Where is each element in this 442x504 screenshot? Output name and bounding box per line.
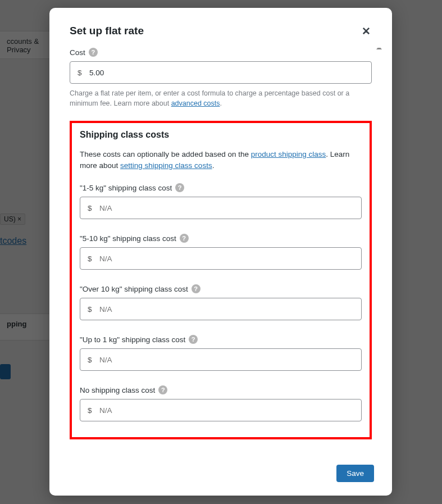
cost-help-text: Charge a flat rate per item, or enter a … xyxy=(70,88,372,108)
currency-prefix: $ xyxy=(88,204,92,212)
modal-title: Set up flat rate xyxy=(70,25,144,37)
cost-input-wrap: $ xyxy=(70,61,372,84)
class-group-up-to-1kg: "Up to 1 kg" shipping class cost ? $ xyxy=(80,335,362,371)
class-label-row: "1-5 kg" shipping class cost ? xyxy=(80,183,362,192)
currency-prefix: $ xyxy=(88,305,92,314)
class-input-wrap: $ xyxy=(80,247,362,270)
modal-footer: Save xyxy=(49,456,392,496)
help-icon[interactable]: ? xyxy=(180,234,189,243)
class-label: "1-5 kg" shipping class cost xyxy=(80,184,172,192)
class-group-no-class: No shipping class cost ? $ xyxy=(80,385,362,421)
class-group-1-5kg: "1-5 kg" shipping class cost ? $ xyxy=(80,183,362,219)
modal-header: Set up flat rate ✕ xyxy=(49,8,392,48)
class-label-row: "Over 10 kg" shipping class cost ? xyxy=(80,284,362,293)
class-label: "5-10 kg" shipping class cost xyxy=(80,234,176,243)
cost-label: Cost xyxy=(70,48,85,57)
shipping-class-highlight: Shipping class costs These costs can opt… xyxy=(70,121,372,439)
class-label: No shipping class cost xyxy=(80,386,155,394)
class-cost-input-over-10kg[interactable] xyxy=(80,298,362,320)
cost-input[interactable] xyxy=(70,61,372,84)
class-cost-input-up-to-1kg[interactable] xyxy=(80,348,362,371)
class-label-row: "Up to 1 kg" shipping class cost ? xyxy=(80,335,362,344)
class-input-wrap: $ xyxy=(80,399,362,421)
advanced-costs-link[interactable]: advanced costs xyxy=(171,99,220,107)
class-group-5-10kg: "5-10 kg" shipping class cost ? $ xyxy=(80,234,362,270)
modal-body[interactable]: Cost ? $ Charge a flat rate per item, or… xyxy=(70,48,382,456)
shipping-class-title: Shipping class costs xyxy=(80,130,362,140)
flat-rate-modal: Set up flat rate ✕ Cost ? $ Charge a fla… xyxy=(49,8,392,496)
class-label-row: No shipping class cost ? xyxy=(80,385,362,394)
save-button[interactable]: Save xyxy=(336,465,374,482)
currency-prefix: $ xyxy=(88,356,92,364)
modal-body-wrap: Cost ? $ Charge a flat rate per item, or… xyxy=(49,48,392,456)
class-group-over-10kg: "Over 10 kg" shipping class cost ? $ xyxy=(80,284,362,320)
help-icon[interactable]: ? xyxy=(175,183,184,192)
class-input-wrap: $ xyxy=(80,348,362,371)
class-input-wrap: $ xyxy=(80,197,362,219)
setting-shipping-class-costs-link[interactable]: setting shipping class costs xyxy=(120,161,212,170)
class-cost-input-no-class[interactable] xyxy=(80,399,362,421)
class-input-wrap: $ xyxy=(80,298,362,320)
currency-prefix: $ xyxy=(88,255,92,263)
class-label-row: "5-10 kg" shipping class cost ? xyxy=(80,234,362,243)
class-cost-input-1-5kg[interactable] xyxy=(80,197,362,219)
class-cost-input-5-10kg[interactable] xyxy=(80,247,362,270)
shipping-class-desc: These costs can optionally be added base… xyxy=(80,149,362,171)
help-icon[interactable]: ? xyxy=(192,284,201,293)
close-button[interactable]: ✕ xyxy=(361,25,372,38)
currency-prefix: $ xyxy=(78,69,82,77)
close-icon: ✕ xyxy=(362,25,371,37)
class-label: "Up to 1 kg" shipping class cost xyxy=(80,335,185,344)
cost-label-row: Cost ? xyxy=(70,48,372,57)
help-icon[interactable]: ? xyxy=(89,48,98,57)
class-label: "Over 10 kg" shipping class cost xyxy=(80,285,188,293)
currency-prefix: $ xyxy=(88,406,92,415)
product-shipping-class-link[interactable]: product shipping class xyxy=(251,150,326,158)
help-icon[interactable]: ? xyxy=(189,335,198,344)
help-icon[interactable]: ? xyxy=(158,385,167,394)
